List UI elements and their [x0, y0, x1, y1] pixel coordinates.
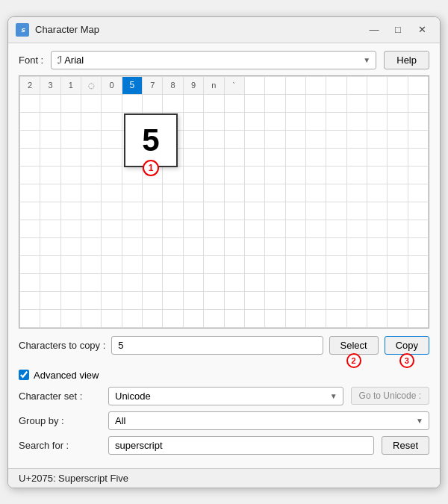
- char-cell[interactable]: [265, 184, 285, 202]
- char-cell[interactable]: [20, 131, 40, 149]
- char-cell[interactable]: [20, 167, 40, 184]
- char-cell[interactable]: [245, 292, 265, 310]
- char-cell[interactable]: [122, 220, 143, 238]
- char-cell-selected[interactable]: 5: [122, 77, 143, 95]
- char-cell[interactable]: [61, 274, 81, 292]
- char-cell[interactable]: [306, 310, 326, 328]
- char-cell[interactable]: [347, 149, 367, 167]
- char-cell[interactable]: [245, 95, 265, 113]
- char-cell[interactable]: [204, 184, 224, 202]
- char-cell[interactable]: [81, 238, 102, 256]
- char-cell[interactable]: [20, 256, 40, 274]
- char-cell[interactable]: [408, 95, 429, 113]
- char-cell[interactable]: 7: [143, 77, 163, 95]
- char-cell[interactable]: [225, 149, 245, 167]
- char-cell[interactable]: [40, 220, 60, 238]
- char-cell[interactable]: [265, 292, 285, 310]
- char-cell[interactable]: [40, 202, 60, 220]
- char-cell[interactable]: [245, 149, 265, 167]
- char-cell[interactable]: [408, 149, 429, 167]
- char-cell[interactable]: [265, 238, 285, 256]
- char-cell[interactable]: 0: [102, 77, 122, 95]
- char-cell[interactable]: [61, 256, 81, 274]
- char-cell[interactable]: [184, 131, 204, 149]
- char-cell[interactable]: [81, 95, 102, 113]
- char-cell[interactable]: [184, 238, 204, 256]
- char-cell[interactable]: [81, 131, 102, 149]
- font-select[interactable]: ℐ Arial: [51, 51, 376, 69]
- char-cell[interactable]: [265, 274, 285, 292]
- char-cell[interactable]: [388, 113, 408, 131]
- char-cell[interactable]: [61, 238, 81, 256]
- char-cell[interactable]: [326, 238, 346, 256]
- char-cell[interactable]: [265, 220, 285, 238]
- char-cell[interactable]: [204, 310, 224, 328]
- char-cell[interactable]: [326, 202, 346, 220]
- char-cell[interactable]: [347, 292, 367, 310]
- char-cell[interactable]: [347, 113, 367, 131]
- char-cell[interactable]: [122, 167, 143, 184]
- char-cell[interactable]: [286, 202, 306, 220]
- char-cell[interactable]: [102, 238, 122, 256]
- char-cell[interactable]: [225, 274, 245, 292]
- char-cell[interactable]: [367, 256, 388, 274]
- char-cell[interactable]: [388, 310, 408, 328]
- char-cell[interactable]: [367, 95, 388, 113]
- char-cell[interactable]: [61, 292, 81, 310]
- char-cell[interactable]: [286, 310, 306, 328]
- char-cell[interactable]: [143, 256, 163, 274]
- char-cell[interactable]: [204, 202, 224, 220]
- char-cell[interactable]: [102, 113, 122, 131]
- maximize-button[interactable]: □: [388, 22, 408, 38]
- char-cell[interactable]: [367, 274, 388, 292]
- char-cell[interactable]: [102, 184, 122, 202]
- char-cell[interactable]: [61, 220, 81, 238]
- char-cell[interactable]: [408, 167, 429, 184]
- char-cell[interactable]: [204, 131, 224, 149]
- char-cell[interactable]: [388, 131, 408, 149]
- char-cell[interactable]: [245, 310, 265, 328]
- char-cell[interactable]: [326, 77, 346, 95]
- char-cell[interactable]: [347, 184, 367, 202]
- char-cell[interactable]: [122, 310, 143, 328]
- char-cell[interactable]: [388, 292, 408, 310]
- char-cell[interactable]: [225, 256, 245, 274]
- char-cell[interactable]: [184, 256, 204, 274]
- char-cell[interactable]: [204, 238, 224, 256]
- char-cell[interactable]: [204, 113, 224, 131]
- char-cell[interactable]: [20, 238, 40, 256]
- char-cell[interactable]: [408, 310, 429, 328]
- char-cell[interactable]: [347, 220, 367, 238]
- char-cell[interactable]: [122, 292, 143, 310]
- char-cell[interactable]: [40, 184, 60, 202]
- char-cell[interactable]: [367, 113, 388, 131]
- chars-to-copy-input[interactable]: [111, 336, 323, 355]
- char-cell[interactable]: [245, 77, 265, 95]
- char-cell[interactable]: [163, 167, 183, 184]
- char-cell[interactable]: [61, 113, 81, 131]
- char-cell[interactable]: [408, 220, 429, 238]
- char-cell[interactable]: [367, 310, 388, 328]
- char-cell[interactable]: [102, 167, 122, 184]
- char-cell[interactable]: [306, 184, 326, 202]
- char-cell[interactable]: [184, 310, 204, 328]
- char-cell[interactable]: [143, 310, 163, 328]
- char-cell[interactable]: [367, 167, 388, 184]
- char-cell[interactable]: [143, 274, 163, 292]
- char-cell[interactable]: [40, 167, 60, 184]
- char-cell[interactable]: [306, 238, 326, 256]
- char-cell[interactable]: [102, 256, 122, 274]
- char-cell[interactable]: [81, 184, 102, 202]
- char-cell[interactable]: [81, 256, 102, 274]
- char-cell[interactable]: [204, 292, 224, 310]
- char-cell[interactable]: [265, 202, 285, 220]
- char-cell[interactable]: [286, 131, 306, 149]
- char-cell[interactable]: [326, 274, 346, 292]
- char-cell[interactable]: [388, 202, 408, 220]
- char-cell[interactable]: [163, 274, 183, 292]
- char-cell[interactable]: [102, 95, 122, 113]
- char-cell[interactable]: [388, 77, 408, 95]
- char-cell[interactable]: [286, 220, 306, 238]
- char-cell[interactable]: [265, 95, 285, 113]
- char-cell[interactable]: [347, 274, 367, 292]
